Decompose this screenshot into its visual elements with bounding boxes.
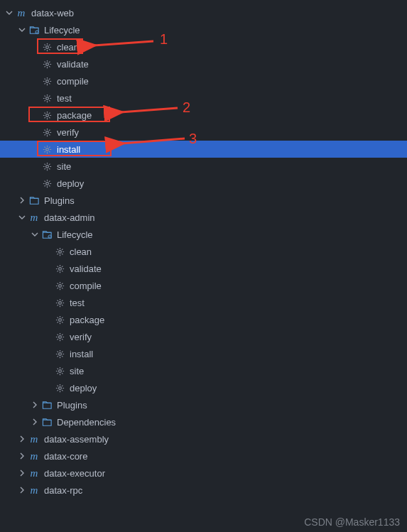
goal-clean[interactable]: clean	[0, 38, 407, 55]
module-label: datax-core	[44, 451, 87, 462]
chevron-down-icon	[17, 212, 27, 222]
goal-install[interactable]: install	[0, 345, 407, 362]
goal-label: package	[57, 110, 92, 121]
module-label: datax-executor	[44, 468, 105, 479]
goal-label: compile	[57, 76, 89, 87]
goal-deploy[interactable]: deploy	[0, 379, 407, 396]
watermark: CSDN @Masker1133	[304, 516, 400, 528]
goal-label: test	[57, 93, 72, 104]
gear-icon	[54, 382, 65, 393]
chevron-right-icon	[30, 400, 40, 410]
chevron-down-icon	[17, 25, 27, 35]
plugins-label: Plugins	[44, 195, 75, 206]
plugins-label: Plugins	[57, 400, 87, 411]
gear-icon	[41, 58, 53, 70]
module-executor[interactable]: m datax-executor	[0, 465, 407, 482]
maven-icon: m	[28, 468, 40, 479]
maven-icon: m	[16, 8, 27, 18]
chevron-right-icon	[17, 451, 27, 461]
dependencies-label: Dependencies	[57, 417, 116, 428]
goal-verify[interactable]: verify	[0, 328, 407, 345]
gear-icon	[54, 331, 65, 342]
gear-icon	[41, 41, 53, 53]
gear-icon	[41, 92, 53, 104]
goal-clean[interactable]: clean	[0, 243, 407, 260]
goal-label: verify	[57, 127, 79, 138]
maven-icon: m	[28, 451, 40, 462]
goal-label: deploy	[57, 178, 84, 189]
goal-deploy[interactable]: deploy	[0, 175, 407, 192]
goal-label: validate	[57, 59, 89, 70]
maven-icon: m	[28, 212, 40, 223]
module-label: datax-web	[31, 8, 74, 18]
lifecycle-folder-admin[interactable]: Lifecycle	[0, 226, 407, 243]
folder-icon	[41, 399, 53, 411]
gear-icon	[54, 263, 65, 274]
gear-icon	[41, 109, 53, 121]
chevron-down-icon	[30, 229, 40, 239]
chevron-right-icon	[17, 434, 27, 444]
module-assembly[interactable]: m datax-assembly	[0, 430, 407, 447]
gear-icon	[54, 297, 65, 308]
gear-icon	[41, 143, 53, 155]
chevron-right-icon	[17, 195, 27, 205]
goal-label: verify	[70, 332, 92, 342]
goal-label: install	[70, 349, 93, 359]
gear-icon	[54, 365, 65, 376]
gear-icon	[41, 75, 53, 87]
lifecycle-label: Lifecycle	[57, 229, 93, 240]
gear-icon	[54, 314, 65, 325]
folder-icon	[28, 195, 40, 206]
goal-label: deploy	[70, 383, 97, 393]
chevron-right-icon	[17, 485, 27, 495]
goal-package[interactable]: package	[0, 107, 407, 124]
maven-icon: m	[28, 485, 40, 496]
maven-icon: m	[28, 434, 40, 445]
maven-tree: m datax-web Lifecycle clean validate com…	[0, 0, 407, 499]
goal-label: site	[70, 366, 84, 376]
goal-install[interactable]: install	[0, 141, 407, 158]
module-core[interactable]: m datax-core	[0, 447, 407, 465]
module-rpc[interactable]: m datax-rpc	[0, 482, 407, 499]
module-label: datax-rpc	[44, 485, 82, 496]
goal-validate[interactable]: validate	[0, 260, 407, 277]
gear-icon	[54, 280, 65, 291]
goal-label: compile	[70, 281, 102, 291]
goal-site[interactable]: site	[0, 158, 407, 175]
plugins-folder[interactable]: Plugins	[0, 192, 407, 209]
gear-icon	[41, 161, 53, 172]
goal-label: site	[57, 161, 71, 172]
chevron-right-icon	[17, 468, 27, 478]
chevron-down-icon	[4, 8, 14, 18]
goal-site[interactable]: site	[0, 362, 407, 379]
goal-label: install	[57, 144, 80, 155]
module-admin[interactable]: m datax-admin	[0, 209, 407, 226]
gear-icon	[54, 246, 65, 257]
gear-icon	[41, 126, 53, 138]
folder-icon	[41, 416, 53, 428]
goal-compile[interactable]: compile	[0, 72, 407, 89]
goal-label: package	[70, 315, 104, 325]
goal-label: test	[70, 298, 85, 308]
gear-icon	[54, 348, 65, 359]
lifecycle-folder[interactable]: Lifecycle	[0, 21, 407, 38]
goal-test[interactable]: test	[0, 294, 407, 311]
module-label: datax-assembly	[44, 434, 109, 445]
goal-package[interactable]: package	[0, 311, 407, 328]
goal-compile[interactable]: compile	[0, 277, 407, 294]
folder-icon	[28, 24, 40, 36]
goal-label: clean	[70, 246, 92, 257]
module-label: datax-admin	[44, 212, 95, 223]
dependencies-folder-admin[interactable]: Dependencies	[0, 413, 407, 430]
goal-verify[interactable]: verify	[0, 124, 407, 141]
chevron-right-icon	[30, 417, 40, 427]
plugins-folder-admin[interactable]: Plugins	[0, 396, 407, 413]
module-root[interactable]: m datax-web	[0, 4, 407, 21]
gear-icon	[41, 178, 53, 189]
goal-validate[interactable]: validate	[0, 55, 407, 72]
goal-label: validate	[70, 264, 102, 274]
folder-icon	[41, 229, 53, 240]
goal-test[interactable]: test	[0, 89, 407, 107]
goal-label: clean	[57, 42, 79, 53]
lifecycle-label: Lifecycle	[44, 25, 80, 36]
